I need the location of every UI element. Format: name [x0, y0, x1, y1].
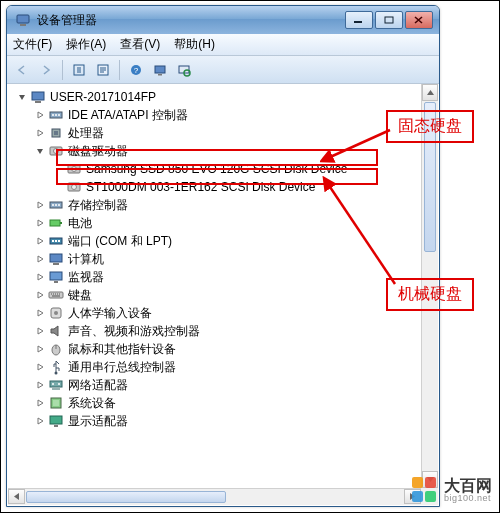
tree-root[interactable]: USER-20171014FP: [12, 88, 438, 106]
svg-rect-40: [49, 292, 63, 298]
expander-icon[interactable]: [34, 289, 46, 301]
svg-point-17: [58, 114, 60, 116]
network-icon: [48, 377, 64, 393]
watermark-text: 大百网: [444, 478, 492, 494]
monitor-icon: [48, 269, 64, 285]
expander-spacer: [52, 181, 64, 193]
svg-rect-46: [50, 381, 62, 387]
expander-icon[interactable]: [34, 109, 46, 121]
svg-rect-19: [54, 131, 58, 135]
expander-icon[interactable]: [34, 307, 46, 319]
controller-icon: [48, 107, 64, 123]
tree-item[interactable]: 处理器: [12, 124, 438, 142]
help-button[interactable]: ?: [125, 59, 147, 81]
tree-item-label: 人体学输入设备: [68, 304, 152, 322]
mouse-icon: [48, 341, 64, 357]
tree-item[interactable]: 网络适配器: [12, 376, 438, 394]
scroll-left-button[interactable]: [8, 489, 25, 504]
maximize-button[interactable]: [375, 11, 403, 29]
expander-icon[interactable]: [34, 379, 46, 391]
tree-item-label: 计算机: [68, 250, 104, 268]
properties-button[interactable]: [92, 59, 114, 81]
expander-icon[interactable]: [34, 235, 46, 247]
svg-rect-0: [17, 15, 29, 23]
tree-panel: USER-20171014FPIDE ATA/ATAPI 控制器处理器磁盘驱动器…: [8, 84, 438, 505]
hdd-callout: 机械硬盘: [386, 278, 474, 311]
svg-point-23: [72, 167, 77, 172]
tree-item[interactable]: 计算机: [12, 250, 438, 268]
watermark: 大百网 big100.net: [412, 477, 492, 503]
tree-subitem-label: Samsung SSD 850 EVO 120G SCSI Disk Devic…: [86, 160, 347, 178]
minimize-button[interactable]: [345, 11, 373, 29]
tree-item[interactable]: 磁盘驱动器: [12, 142, 438, 160]
tree-item[interactable]: 存储控制器: [12, 196, 438, 214]
menu-help[interactable]: 帮助(H): [174, 36, 215, 53]
expander-icon[interactable]: [16, 91, 28, 103]
display-icon: [48, 413, 64, 429]
toolbar: ?: [7, 56, 439, 84]
forward-button[interactable]: [35, 59, 57, 81]
expander-icon[interactable]: [34, 271, 46, 283]
tree-item[interactable]: 电池: [12, 214, 438, 232]
scroll-up-button[interactable]: [422, 84, 438, 101]
svg-rect-35: [58, 240, 60, 242]
expander-spacer: [52, 163, 64, 175]
disk-icon: [48, 143, 64, 159]
tree-item-label: 键盘: [68, 286, 92, 304]
svg-rect-3: [385, 17, 393, 23]
expander-icon[interactable]: [34, 343, 46, 355]
svg-point-28: [55, 204, 57, 206]
system-icon: [48, 395, 64, 411]
tree-item[interactable]: 鼠标和其他指针设备: [12, 340, 438, 358]
computer-icon: [48, 251, 64, 267]
disk-icon: [66, 179, 82, 195]
tree-item[interactable]: 声音、视频和游戏控制器: [12, 322, 438, 340]
svg-text:?: ?: [134, 66, 139, 75]
tree-item-label: 磁盘驱动器: [68, 142, 128, 160]
menu-view[interactable]: 查看(V): [120, 36, 160, 53]
expander-icon[interactable]: [34, 397, 46, 409]
usb-icon: [48, 359, 64, 375]
svg-point-21: [54, 149, 59, 154]
expander-icon[interactable]: [34, 253, 46, 265]
tree-item[interactable]: 端口 (COM 和 LPT): [12, 232, 438, 250]
scrollbar-horizontal[interactable]: [8, 488, 421, 505]
tree-subitem[interactable]: ST1000DM 003-1ER162 SCSI Disk Device: [12, 178, 438, 196]
show-hidden-button[interactable]: [149, 59, 171, 81]
tree-item[interactable]: 键盘: [12, 286, 438, 304]
back-button[interactable]: [11, 59, 33, 81]
expander-icon[interactable]: [34, 361, 46, 373]
app-icon: [15, 12, 31, 28]
tree-subitem[interactable]: Samsung SSD 850 EVO 120G SCSI Disk Devic…: [12, 160, 438, 178]
svg-rect-38: [50, 272, 62, 280]
svg-point-15: [52, 114, 54, 116]
tree-item[interactable]: 系统设备: [12, 394, 438, 412]
menu-action[interactable]: 操作(A): [66, 36, 106, 53]
titlebar[interactable]: 设备管理器: [7, 6, 439, 34]
close-button[interactable]: [405, 11, 433, 29]
expander-icon[interactable]: [34, 325, 46, 337]
expander-icon[interactable]: [34, 127, 46, 139]
tree-item-label: 系统设备: [68, 394, 116, 412]
tree-item-label: 声音、视频和游戏控制器: [68, 322, 200, 340]
tree-item[interactable]: 监视器: [12, 268, 438, 286]
expander-icon[interactable]: [34, 145, 46, 157]
updown-button[interactable]: [68, 59, 90, 81]
expander-icon[interactable]: [34, 415, 46, 427]
tree-item[interactable]: 显示适配器: [12, 412, 438, 430]
menu-file[interactable]: 文件(F): [13, 36, 52, 53]
tree-item[interactable]: 通用串行总线控制器: [12, 358, 438, 376]
expander-icon[interactable]: [34, 217, 46, 229]
svg-rect-9: [158, 74, 162, 76]
tree-item[interactable]: 人体学输入设备: [12, 304, 438, 322]
svg-rect-2: [354, 21, 362, 23]
scan-button[interactable]: [173, 59, 195, 81]
port-icon: [48, 233, 64, 249]
expander-icon[interactable]: [34, 199, 46, 211]
scroll-thumb-horizontal[interactable]: [26, 491, 226, 503]
tree-item[interactable]: IDE ATA/ATAPI 控制器: [12, 106, 438, 124]
toolbar-separator: [62, 60, 63, 80]
svg-rect-13: [35, 101, 41, 103]
cpu-icon: [48, 125, 64, 141]
svg-rect-34: [55, 240, 57, 242]
